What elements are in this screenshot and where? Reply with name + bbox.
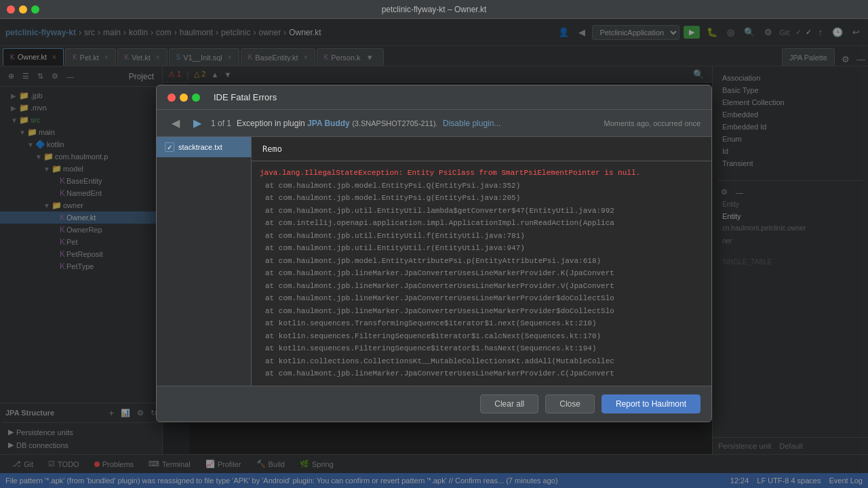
nav-timestamp: Moments ago, occurred once [604,119,701,127]
modal-left-panel: ✓ stacktrace.txt [157,137,252,386]
modal-traffic-lights [167,94,200,102]
modal-maximize-button[interactable] [192,94,200,102]
ide-fatal-errors-modal: IDE Fatal Errors ◀ ▶ 1 of 1 Exception in… [156,85,712,422]
stack-line-6: at com.haulmont.jpb.util.EntityUtil.r(En… [260,242,703,255]
title-bar: petclinic-flyway-kt – Owner.kt [0,0,868,19]
description-input[interactable] [252,137,711,161]
stack-line-12: at kotlin.sequences.TransformingSequence… [260,317,703,330]
stack-line-8: at com.haulmont.jpb.lineMarker.JpaConver… [260,267,703,280]
stack-line-5: at com.haulmont.jpb.util.EntityUtil.f(En… [260,230,703,243]
modal-title: IDE Fatal Errors [214,92,277,102]
nav-counter: 1 of 1 [211,119,231,128]
check-icon: ✓ [165,142,174,152]
stack-line-2: at com.haulmont.jpb.model.EntityPsi.g(En… [260,192,703,205]
stacktrace-tab-label: stacktrace.txt [178,143,222,151]
maximize-button[interactable] [31,5,39,14]
window-title: petclinic-flyway-kt – Owner.kt [382,5,487,14]
modal-title-bar: IDE Fatal Errors [157,85,711,110]
nav-prev-button[interactable]: ◀ [167,115,184,131]
nav-next-button[interactable]: ▶ [189,115,205,131]
stack-line-13: at kotlin.sequences.FilteringSequence$it… [260,330,703,343]
stack-line-10: at com.haulmont.jpb.lineMarker.JpaConver… [260,292,703,305]
stack-exception-line: java.lang.IllegalStateException: Entity … [260,167,703,180]
stack-line-14: at kotlin.sequences.FilteringSequence$it… [260,342,703,355]
modal-main: ✓ stacktrace.txt java.lang.IllegalStateE… [157,137,711,386]
stack-line-9: at com.haulmont.jpb.lineMarker.JpaConver… [260,280,703,293]
modal-close-button[interactable] [167,94,176,102]
disable-plugin-link[interactable]: Disable plugin... [443,119,500,128]
modal-stacktrace-tab[interactable]: ✓ stacktrace.txt [157,137,251,157]
modal-overlay: IDE Fatal Errors ◀ ▶ 1 of 1 Exception in… [0,19,868,488]
close-modal-button[interactable]: Close [545,394,595,413]
stack-line-16: at com.haulmont.jpb.lineMarker.JpaConver… [260,367,703,380]
minimize-button[interactable] [19,5,27,14]
stacktrace-content: java.lang.IllegalStateException: Entity … [252,161,711,386]
modal-minimize-button[interactable] [180,94,188,102]
modal-footer: Clear all Close Report to Haulmont [157,386,711,422]
modal-nav: ◀ ▶ 1 of 1 Exception in plugin JPA Buddy… [157,110,711,137]
modal-body: ✓ stacktrace.txt java.lang.IllegalStateE… [157,137,711,386]
stack-line-1: at com.haulmont.jpb.model.EntityPsi.Q(En… [260,180,703,192]
close-button[interactable] [7,5,15,14]
stack-line-15: at kotlin.collections.CollectionsKt__Mut… [260,355,703,368]
stack-line-11: at com.haulmont.jpb.lineMarker.JpaConver… [260,305,703,318]
stack-line-7: at com.haulmont.jpb.model.EntityAttribut… [260,255,703,268]
traffic-lights [7,5,39,14]
stack-line-4: at com.intellij.openapi.application.impl… [260,217,703,230]
nav-description: Exception in plugin JPA Buddy (3.SNAPSHO… [237,119,599,128]
modal-right-panel: java.lang.IllegalStateException: Entity … [252,137,711,386]
clear-all-button[interactable]: Clear all [480,394,538,413]
report-button[interactable]: Report to Haulmont [601,394,701,413]
stack-line-3: at com.haulmont.jpb.util.EntityUtil.lamb… [260,205,703,218]
